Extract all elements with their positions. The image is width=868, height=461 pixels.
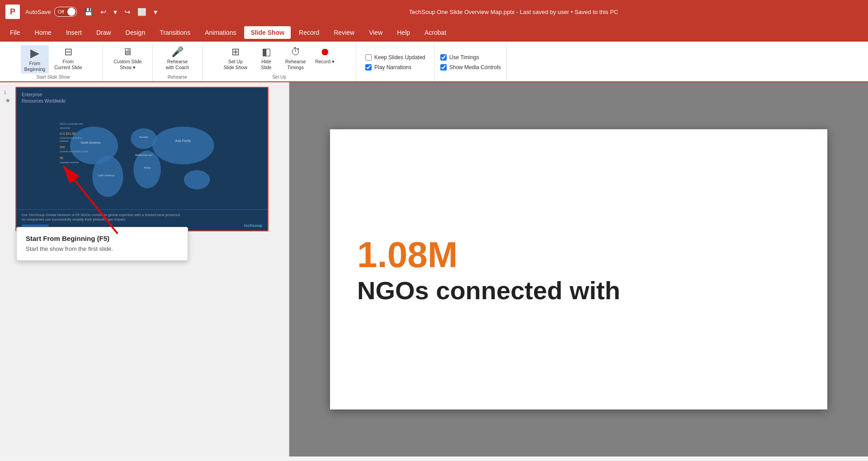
rehearse-timings-button[interactable]: ⏱ RehearseTimings: [282, 45, 310, 72]
menu-transitions[interactable]: Transitions: [153, 26, 197, 39]
menu-record[interactable]: Record: [292, 26, 326, 39]
quick-access-toolbar: 💾 ↩ ▾ ↪ ⬜ ▾: [82, 7, 159, 17]
menu-view[interactable]: View: [363, 26, 389, 39]
rehearse-group-label: Rehearse: [168, 75, 187, 80]
ribbon-checkboxes-left: Keep Slides Updated Play Narrations: [356, 43, 435, 81]
ribbon-group-start-slideshow: ▶ FromBeginning ⊟ FromCurrent Slide Star…: [4, 43, 103, 81]
svg-text:U.S.$11.4B: U.S.$11.4B: [60, 132, 75, 135]
title-bar: P AutoSave Off 💾 ↩ ▾ ↪ ⬜ ▾ TechSoup One …: [0, 0, 868, 24]
set-up-slide-show-button[interactable]: ⊞ Set UpSlide Show: [220, 45, 251, 72]
hide-slide-icon: ◧: [262, 47, 271, 57]
timings-icon: ⏱: [291, 47, 301, 57]
undo-dropdown-btn[interactable]: ▾: [112, 7, 119, 17]
custom-show-group-label: [127, 75, 128, 80]
more-btn[interactable]: ▾: [152, 7, 159, 17]
toggle-off-label: Off: [56, 9, 64, 14]
menu-animations[interactable]: Animations: [198, 26, 242, 39]
tooltip-title: Start From Beginning (F5): [26, 235, 179, 242]
toggle-knob: [67, 8, 75, 16]
menu-design[interactable]: Design: [119, 26, 152, 39]
autosave-label: AutoSave: [25, 9, 51, 15]
menu-review[interactable]: Review: [327, 26, 361, 39]
world-map-svg: North America Latin America Europe Afric…: [29, 111, 255, 207]
rehearse-with-coach-button[interactable]: 🎤 Rehearsewith Coach: [162, 45, 193, 72]
show-media-controls-label: Show Media Controls: [449, 64, 501, 71]
menu-help[interactable]: Help: [391, 26, 416, 39]
ribbon-group-setup: ⊞ Set UpSlide Show ◧ HideSlide ⏱ Rehears…: [203, 43, 356, 81]
svg-text:206: 206: [60, 146, 65, 149]
redo-btn[interactable]: ↪: [123, 7, 132, 17]
from-beginning-button[interactable]: ▶ FromBeginning: [21, 45, 49, 74]
slide-thumbnail-1[interactable]: EnterpriseResources Worldwide: [15, 87, 269, 231]
main-area: 1 ★ EnterpriseResources Worldwide: [0, 82, 868, 456]
menu-slideshow[interactable]: Slide Show: [244, 26, 291, 39]
hide-slide-button[interactable]: ◧ HideSlide: [253, 45, 280, 72]
set-up-slideshow-label: Set UpSlide Show: [223, 59, 247, 70]
show-media-controls-checkbox[interactable]: [440, 64, 447, 71]
play-narrations-label: Play Narrations: [374, 64, 411, 71]
keep-slides-checkbox-row: Keep Slides Updated: [365, 54, 425, 61]
document-title: TechSoup One Slide Overview Map.pptx - L…: [165, 9, 863, 15]
keep-slides-checkbox[interactable]: [365, 54, 372, 61]
svg-text:in-kind and tech funding: in-kind and tech funding: [60, 136, 82, 139]
save-quick-btn[interactable]: 💾: [82, 7, 95, 17]
use-timings-label: Use Timings: [449, 54, 479, 61]
use-timings-checkbox-row: Use Timings: [440, 54, 501, 61]
slide-item-1[interactable]: 1 ★ EnterpriseResources Worldwide: [4, 87, 285, 231]
svg-text:Latin America: Latin America: [98, 174, 114, 177]
svg-point-4: [152, 127, 214, 164]
svg-point-3: [133, 151, 161, 188]
slides-panel: 1 ★ EnterpriseResources Worldwide: [0, 82, 289, 456]
svg-text:North America: North America: [81, 141, 100, 144]
autosave-area: AutoSave Off: [25, 7, 77, 17]
thumb-header: EnterpriseResources Worldwide: [16, 88, 268, 108]
svg-text:Middle East and: Middle East and: [135, 153, 152, 156]
svg-text:Africa: Africa: [144, 166, 151, 169]
from-beginning-label: FromBeginning: [24, 61, 46, 72]
svg-text:Europe: Europe: [139, 136, 148, 138]
main-canvas: 1.08M NGOs connected with: [289, 82, 868, 456]
record-ribbon-button[interactable]: ⏺ Record ▾: [311, 45, 339, 66]
record-label: Record ▾: [315, 59, 335, 65]
from-current-label: FromCurrent Slide: [54, 59, 82, 70]
svg-text:countries and territories serv: countries and territories served: [60, 151, 88, 153]
svg-text:facilitated: facilitated: [60, 140, 69, 142]
hide-slide-label: HideSlide: [261, 59, 271, 70]
body-text: NGOs connected with: [357, 276, 800, 305]
play-narrations-checkbox[interactable]: [365, 64, 372, 71]
show-media-controls-checkbox-row: Show Media Controls: [440, 64, 501, 71]
custom-show-icon: 🖥: [123, 47, 132, 57]
coach-icon: 🎤: [171, 47, 184, 57]
from-current-slide-button[interactable]: ⊟ FromCurrent Slide: [51, 45, 85, 72]
svg-point-5: [184, 170, 210, 189]
rehearse-coach-label: Rehearsewith Coach: [166, 59, 189, 70]
autosave-toggle[interactable]: Off: [54, 7, 77, 17]
main-slide-content: 1.08M NGOs connected with: [330, 129, 827, 409]
use-timings-checkbox[interactable]: [440, 54, 447, 61]
menu-home[interactable]: Home: [28, 26, 58, 39]
current-slide-icon: ⊟: [64, 47, 72, 57]
thumb-footer-text: Our TechSoup Global Network of 65 NGOs c…: [22, 213, 180, 221]
start-slideshow-group-label: Start Slide Show: [37, 75, 70, 80]
svg-text:Asia Pacific: Asia Pacific: [175, 139, 191, 142]
svg-text:NGOs connected with: NGOs connected with: [60, 122, 83, 125]
record-icon: ⏺: [320, 47, 330, 57]
svg-text:resources: resources: [60, 127, 71, 129]
custom-slide-show-button[interactable]: 🖥 Custom SlideShow ▾: [110, 45, 145, 72]
svg-text:languages supported: languages supported: [60, 161, 79, 164]
rehearse-timings-label: RehearseTimings: [285, 59, 306, 70]
app-icon: P: [5, 5, 20, 19]
tooltip-popup: Start From Beginning (F5) Start the show…: [16, 227, 188, 261]
slide-number-1: 1: [4, 87, 12, 95]
undo-btn[interactable]: ↩: [99, 7, 108, 17]
menu-file[interactable]: File: [4, 26, 27, 39]
menu-draw[interactable]: Draw: [90, 26, 118, 39]
present-btn[interactable]: ⬜: [136, 7, 148, 17]
menu-bar: File Home Insert Draw Design Transitions…: [0, 24, 868, 42]
menu-insert[interactable]: Insert: [60, 26, 88, 39]
play-icon: ▶: [30, 47, 39, 59]
ribbon: ▶ FromBeginning ⊟ FromCurrent Slide Star…: [0, 42, 868, 82]
custom-slide-show-label: Custom SlideShow ▾: [113, 59, 142, 70]
menu-acrobat[interactable]: Acrobat: [418, 26, 453, 39]
thumb-header-text: EnterpriseResources Worldwide: [22, 92, 66, 103]
